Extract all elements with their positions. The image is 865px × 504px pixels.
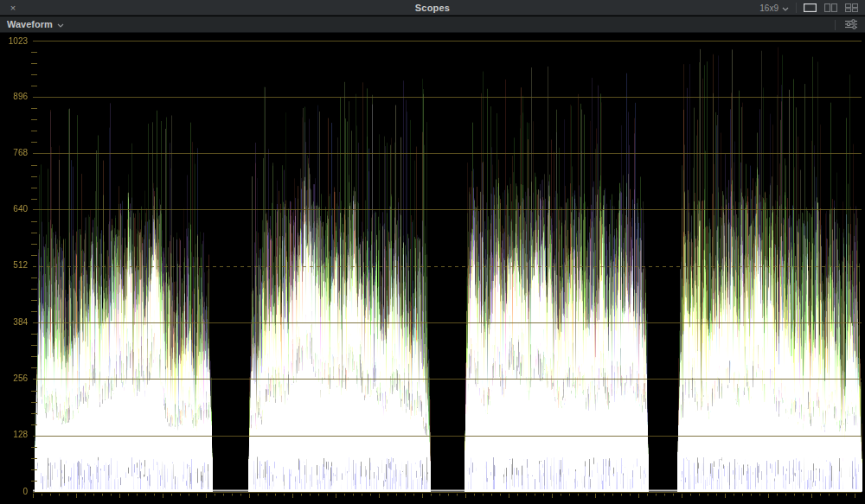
sliders-icon — [844, 17, 858, 33]
window-title: Scopes — [0, 3, 865, 13]
scope-toolbar-right — [835, 16, 865, 33]
scope-toolbar: Waveform — [0, 16, 865, 33]
quad-view-icon[interactable] — [845, 3, 858, 12]
chevron-down-icon — [57, 19, 64, 29]
scope-type-value: Waveform — [7, 19, 53, 29]
aspect-ratio-dropdown[interactable]: 16x9 — [759, 3, 789, 13]
close-button[interactable]: × — [6, 0, 20, 16]
scope-type-dropdown[interactable]: Waveform — [0, 19, 64, 29]
titlebar: × Scopes 16x9 — [0, 0, 865, 16]
scopes-window: × Scopes 16x9 — [0, 0, 865, 504]
toolbar-separator — [835, 20, 836, 30]
titlebar-separator — [796, 3, 797, 13]
chevron-down-icon — [782, 3, 789, 13]
scope-settings-button[interactable] — [844, 17, 865, 33]
dual-view-icon[interactable] — [824, 3, 837, 12]
waveform-scope-display — [0, 33, 865, 504]
layout-buttons — [804, 3, 862, 12]
aspect-ratio-value: 16x9 — [759, 3, 778, 13]
titlebar-controls: 16x9 — [759, 0, 862, 16]
single-view-icon[interactable] — [804, 3, 817, 12]
